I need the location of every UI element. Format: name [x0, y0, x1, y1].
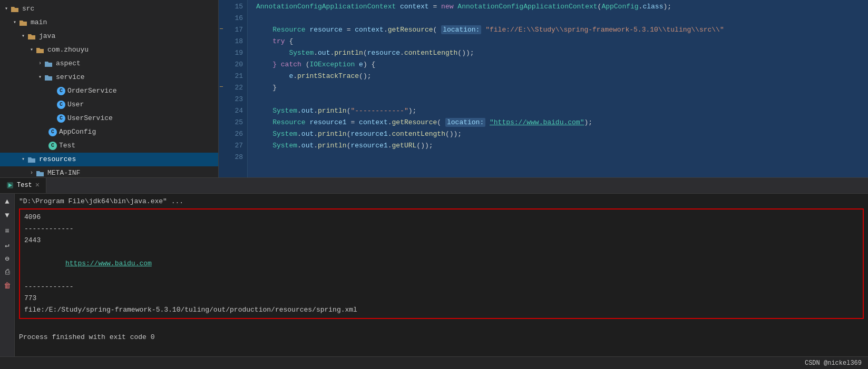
sidebar-label-user-service: UserService [67, 113, 113, 124]
sidebar-label-service: service [56, 72, 85, 83]
class-icon: C [57, 101, 65, 109]
sidebar-label-com-zhouyu: com.zhouyu [47, 44, 89, 56]
arrow-icon: ▾ [19, 154, 27, 165]
file-tree-sidebar: ▾ src ▾ main ▾ java [0, 0, 219, 177]
code-line-21: e.printStackTrace(); [256, 71, 868, 82]
main-area: ▾ src ▾ main ▾ java [0, 0, 868, 177]
panel-content: ▲ ▼ ≡ ↵ ⊖ ⎙ 🗑 "D:\Program File\jdk64\bin… [0, 194, 868, 356]
sidebar-item-aspect[interactable]: › aspect [0, 57, 218, 71]
delete-button[interactable]: 🗑 [2, 280, 13, 292]
console-line-dashes1: ------------ [24, 223, 859, 235]
file-tree: ▾ src ▾ main ▾ java [0, 0, 218, 177]
run-icon [6, 182, 14, 189]
arrow-icon: › [27, 167, 36, 177]
arrow-icon: › [36, 58, 44, 69]
print-button[interactable]: ⎙ [2, 266, 13, 278]
class-icon: C [48, 128, 57, 136]
console-line-773: 773 [24, 293, 859, 304]
sidebar-item-com-zhouyu[interactable]: ▾ com.zhouyu [0, 43, 218, 57]
arrow-icon: ▾ [27, 44, 36, 56]
bottom-panel: Test × ▲ ▼ ≡ ↵ ⊖ ⎙ 🗑 "D:\Program File\jd… [0, 177, 868, 356]
tab-close-button[interactable]: × [35, 182, 40, 189]
code-line-26: System.out.println(resource1.contentLeng… [256, 128, 868, 140]
code-line-19: System.out.println(resource.contentLengt… [256, 47, 868, 59]
sidebar-label-aspect: aspect [56, 58, 81, 69]
folder-icon [27, 156, 37, 163]
console-output: "D:\Program File\jdk64\bin\java.exe" ...… [15, 194, 868, 356]
console-line-file-path: file:/E:/Study/spring-framework-5.3.10/t… [24, 304, 859, 316]
class-icon: C [57, 114, 65, 123]
wrap-button[interactable]: ↵ [2, 239, 13, 251]
console-line-baidu-link[interactable]: https://www.baidu.com [24, 246, 859, 281]
console-line-2443: 2443 [24, 235, 859, 246]
console-line-empty [19, 320, 864, 332]
folder-icon [11, 5, 20, 13]
sidebar-item-app-config[interactable]: C AppConfig [0, 125, 218, 139]
sidebar-item-src[interactable]: ▾ src [0, 2, 218, 16]
sidebar-label-order-service: OrderService [67, 85, 117, 97]
folder-icon [27, 33, 37, 40]
folder-icon [36, 169, 45, 177]
sidebar-label-user: User [67, 99, 84, 111]
code-line-15: AnnotationConfigApplicationContext conte… [256, 1, 868, 13]
arrow-icon: ▾ [11, 17, 19, 28]
line-numbers: 15 16 17 18 19 20 21 22 23 24 25 26 27 2… [224, 0, 248, 177]
code-line-28 [256, 152, 868, 163]
sidebar-item-java[interactable]: ▾ java [0, 29, 218, 43]
arrow-icon: ▾ [19, 31, 27, 42]
tab-test[interactable]: Test × [0, 178, 46, 193]
code-line-22: } [256, 82, 868, 94]
code-line-27: System.out.println(resource1.getURL()); [256, 140, 868, 152]
code-line-23 [256, 94, 868, 105]
sidebar-item-test[interactable]: C Test [0, 139, 218, 153]
panel-tab-bar: Test × [0, 178, 868, 194]
code-view: — — 15 16 17 18 19 20 21 22 23 24 25 26 … [219, 0, 868, 177]
folder-icon [36, 46, 45, 54]
sidebar-item-resources[interactable]: ▾ resources [0, 153, 218, 166]
tab-label: Test [17, 182, 32, 189]
sidebar-item-user-service[interactable]: C UserService [0, 112, 218, 125]
sidebar-label-src: src [22, 3, 34, 15]
folder-icon [19, 19, 28, 26]
status-text: CSDN @nickel369 [805, 360, 862, 367]
code-line-24: System.out.println("------------"); [256, 105, 868, 117]
sidebar-label-test: Test [59, 140, 75, 152]
panel-toolbar: ▲ ▼ ≡ ↵ ⊖ ⎙ 🗑 [0, 194, 15, 356]
code-line-25: Resource resource1 = context.getResource… [256, 117, 868, 128]
code-line-18: try { [256, 36, 868, 47]
folder-icon [44, 60, 54, 67]
sidebar-item-meta-inf[interactable]: › META-INF [0, 166, 218, 177]
sidebar-label-resources: resources [39, 154, 76, 165]
status-bar: CSDN @nickel369 [0, 356, 868, 369]
sidebar-item-main[interactable]: ▾ main [0, 16, 218, 29]
sidebar-item-order-service[interactable]: C OrderService [0, 84, 218, 98]
arrow-icon: ▾ [2, 3, 11, 15]
console-line-process-exit: Process finished with exit code 0 [19, 332, 864, 343]
gutter-mark: — — [219, 0, 224, 177]
filter-button[interactable]: ⊖ [2, 253, 13, 264]
code-line-20: } catch (IOException e) { [256, 59, 868, 71]
code-content[interactable]: AnnotationConfigApplicationContext conte… [248, 0, 868, 177]
scroll-down-button[interactable]: ▼ [2, 210, 13, 221]
sidebar-label-meta-inf: META-INF [47, 167, 80, 177]
clear-output-button[interactable]: ≡ [2, 225, 13, 237]
baidu-link[interactable]: https://www.baidu.com [65, 260, 152, 267]
folder-icon [44, 74, 54, 81]
code-editor: — — 15 16 17 18 19 20 21 22 23 24 25 26 … [219, 0, 868, 177]
sidebar-item-user[interactable]: C User [0, 98, 218, 112]
sidebar-label-java: java [39, 31, 55, 42]
console-line-java-cmd: "D:\Program File\jdk64\bin\java.exe" ... [19, 196, 864, 207]
sidebar-item-service[interactable]: ▾ service [0, 71, 218, 84]
code-line-16 [256, 13, 868, 24]
arrow-icon: ▾ [36, 72, 44, 83]
sidebar-label-main: main [31, 17, 47, 28]
class-icon: C [57, 87, 65, 95]
console-line-dashes2: ------------ [24, 281, 859, 293]
class-icon: C [48, 142, 57, 150]
console-line-4096: 4096 [24, 212, 859, 223]
scroll-up-button[interactable]: ▲ [2, 196, 13, 207]
sidebar-label-app-config: AppConfig [59, 126, 96, 138]
code-line-17: Resource resource = context.getResource(… [256, 24, 868, 36]
